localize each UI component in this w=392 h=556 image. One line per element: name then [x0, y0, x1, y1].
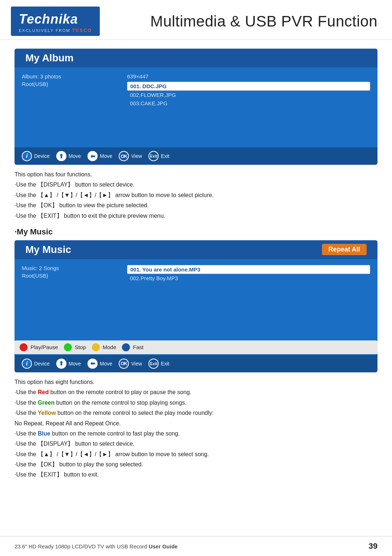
album-panel-title: My Album: [25, 52, 74, 64]
music-desc-line10: ·Use the 【EXIT】 button to exit.: [15, 470, 377, 479]
move2-label: Move: [100, 153, 112, 159]
album-dimension: 639×447: [127, 73, 370, 79]
music-desc-line8: ·Use the 【▲】 /【▼】/【◄】/【►】 arrow button t…: [15, 450, 377, 459]
music-panel: My Music Repeat All Music: 2 Songs Root(…: [15, 240, 377, 372]
album-panel-footer: i Device ⬆ Move ⬅ Move OK View Exit Exit: [15, 147, 377, 165]
music-desc-line2b: Red: [38, 389, 49, 395]
footer-device-btn[interactable]: i Device: [22, 151, 50, 161]
list-item[interactable]: 001. DDC.JPG: [127, 82, 370, 91]
music-description: This option has eight functions. ·Use th…: [15, 377, 377, 480]
album-desc-line5: ·Use the 【EXIT】 button to exit the pictu…: [15, 211, 377, 221]
fast-btn[interactable]: Fast: [122, 343, 143, 351]
music-desc-line3: ·Use the Green button on the remote cont…: [15, 398, 377, 408]
view-label: View: [131, 153, 142, 159]
music-panel-title: My Music: [25, 244, 71, 255]
move2-label: Move: [100, 361, 112, 367]
mode-btn[interactable]: Mode: [92, 343, 117, 351]
move1-label: Move: [69, 153, 81, 159]
stop-btn[interactable]: Stop: [64, 343, 86, 351]
logo-brand: Technika: [19, 12, 92, 27]
music-desc-line4: ·Use the Yellow button on the remote con…: [15, 408, 377, 418]
music-desc-line1: This option has eight functions.: [15, 377, 377, 387]
device-label: Device: [34, 153, 50, 159]
left-right-icon: ⬅: [87, 359, 98, 369]
album-panel-header: My Album: [15, 49, 377, 68]
album-panel-right: 639×447 001. DDC.JPG 002.FLOWER.JPG 003.…: [123, 73, 370, 144]
album-desc-line3: ·Use the 【▲】 /【▼】/【◄】/【►】 arrow button t…: [15, 191, 377, 200]
music-desc-line9: ·Use the 【OK】 button to play the song se…: [15, 460, 377, 469]
fast-label: Fast: [133, 344, 143, 350]
exit-label: Exit: [161, 153, 169, 159]
music-panel-body: Music: 2 Songs Root(USB) 001. You are no…: [15, 259, 377, 339]
album-panel-left: Album: 3 photos Root(USB): [22, 73, 123, 144]
page-header: Technika EXCLUSIVELY FROM TESCO Multimed…: [0, 0, 392, 40]
play-pause-label: Play/Pause: [30, 344, 58, 350]
exit-icon: Exit: [148, 151, 159, 161]
footer-text: 23.6" HD Ready 1080p LCD/DVD TV with USB…: [15, 543, 177, 549]
list-item[interactable]: 002.Pretty Boy.MP3: [127, 274, 370, 282]
view-label: View: [131, 361, 142, 367]
album-desc-line4: ·Use the 【OK】 button to view the picture…: [15, 201, 377, 210]
music-section-heading: ·My Music: [15, 227, 377, 237]
list-item[interactable]: 003.CAKE.JPG: [127, 99, 370, 107]
music-desc-line2a: ·Use the: [15, 389, 38, 395]
music-desc-line5: No Repeat, Repeat All and Repeat Once.: [15, 419, 377, 428]
music-footer-device-btn[interactable]: i Device: [22, 359, 50, 369]
album-panel-body: Album: 3 photos Root(USB) 639×447 001. D…: [15, 68, 377, 147]
album-desc-line2: ·Use the 【DISPLAY】 button to select devi…: [15, 180, 377, 189]
album-info-root: Root(USB): [22, 81, 123, 87]
music-desc-line2c: button on the remote control to play or …: [49, 389, 191, 395]
info-icon: i: [22, 359, 32, 369]
footer-view-btn[interactable]: OK View: [119, 151, 142, 161]
music-panel-right: 001. You are not alone.MP3 002.Pretty Bo…: [123, 265, 370, 335]
footer-move1-btn[interactable]: ⬆ Move: [56, 151, 81, 161]
main-content: My Album Album: 3 photos Root(USB) 639×4…: [0, 40, 392, 488]
footer-move2-btn[interactable]: ⬅ Move: [87, 151, 112, 161]
play-pause-btn[interactable]: Play/Pause: [20, 343, 58, 351]
music-info-root: Root(USB): [22, 273, 123, 279]
device-label: Device: [34, 361, 50, 367]
music-footer-view-btn[interactable]: OK View: [119, 359, 142, 369]
album-file-list: 001. DDC.JPG 002.FLOWER.JPG 003.CAKE.JPG: [127, 82, 370, 107]
mode-label: Mode: [103, 344, 117, 350]
red-dot: [20, 343, 28, 351]
music-panel-footer: i Device ⬆ Move ⬅ Move OK View Exit Exit: [15, 355, 377, 372]
music-panel-left: Music: 2 Songs Root(USB): [22, 265, 123, 335]
blue-dot: [122, 343, 130, 351]
album-info-photos: Album: 3 photos: [22, 73, 123, 79]
move1-label: Move: [69, 361, 81, 367]
music-desc-line6: ·Use the Blue button on the remote contr…: [15, 429, 377, 438]
up-down-icon: ⬆: [56, 151, 66, 161]
logo-tesco: TESCO: [72, 28, 92, 33]
page-title: Multimedia & USB PVR Function: [150, 13, 377, 30]
repeat-all-badge: Repeat All: [322, 244, 367, 255]
list-item[interactable]: 002.FLOWER.JPG: [127, 91, 370, 99]
music-footer-exit-btn[interactable]: Exit Exit: [148, 359, 169, 369]
ok-icon: OK: [119, 151, 129, 161]
left-right-icon: ⬅: [87, 151, 98, 161]
page-number: 39: [369, 541, 377, 551]
yellow-dot: [92, 343, 100, 351]
album-description: This option has four functions. ·Use the…: [15, 170, 377, 221]
music-info-songs: Music: 2 Songs: [22, 265, 123, 271]
exit-icon: Exit: [148, 359, 159, 369]
green-dot: [64, 343, 72, 351]
up-down-icon: ⬆: [56, 359, 66, 369]
music-desc-line7: ·Use the 【DISPLAY】 button to select devi…: [15, 439, 377, 449]
music-footer-move1-btn[interactable]: ⬆ Move: [56, 359, 81, 369]
music-color-bar: Play/Pause Stop Mode Fast: [15, 340, 377, 354]
ok-icon: OK: [119, 359, 129, 369]
music-desc-line2: ·Use the Red button on the remote contro…: [15, 388, 377, 397]
logo-box: Technika EXCLUSIVELY FROM TESCO: [11, 7, 100, 36]
footer-exit-btn[interactable]: Exit Exit: [148, 151, 169, 161]
info-icon: i: [22, 151, 32, 161]
list-item[interactable]: 001. You are not alone.MP3: [127, 265, 370, 274]
exit-label: Exit: [161, 361, 169, 367]
stop-label: Stop: [75, 344, 86, 350]
music-footer-move2-btn[interactable]: ⬅ Move: [87, 359, 112, 369]
music-file-list: 001. You are not alone.MP3 002.Pretty Bo…: [127, 265, 370, 282]
album-panel: My Album Album: 3 photos Root(USB) 639×4…: [15, 49, 377, 165]
music-panel-header: My Music Repeat All: [15, 240, 377, 259]
album-desc-line1: This option has four functions.: [15, 170, 377, 179]
logo-sub: EXCLUSIVELY FROM TESCO: [19, 28, 92, 33]
